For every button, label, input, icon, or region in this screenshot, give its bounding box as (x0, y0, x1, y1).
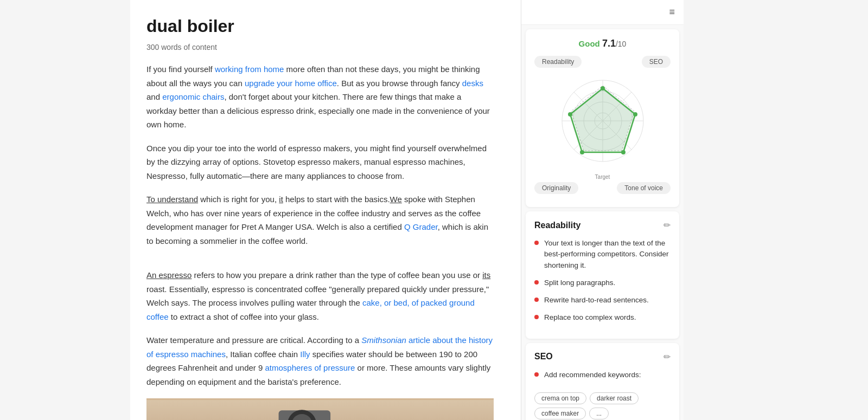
right-panel: ≡ Good 7.1/10 Readability SEO (521, 0, 684, 420)
link-illy[interactable]: Illy (300, 350, 310, 359)
bullet-dot-4 (534, 315, 539, 319)
radar-tabs-top: Readability SEO (534, 56, 671, 68)
score-number: 7.1 (602, 38, 616, 49)
seo-add-keywords-row: Add recommended keywords: (534, 370, 671, 386)
readability-bullet-3: Rewrite hard-to-read sentences. (534, 295, 671, 306)
radar-target-label: Target (534, 174, 671, 180)
main-content: dual boiler 300 words of content If you … (130, 0, 521, 420)
seo-section: SEO ✏ Add recommended keywords: crema on… (526, 343, 679, 421)
article-image (146, 398, 494, 420)
tab-seo[interactable]: SEO (642, 56, 671, 68)
link-atmospheres[interactable]: atmospheres of pressure (265, 363, 355, 372)
readability-section: Readability ✏ Your text is longer than t… (526, 211, 679, 339)
readability-bullet-2: Split long paragraphs. (534, 277, 671, 288)
score-denom: /10 (616, 40, 626, 48)
keyword-crema-on-top[interactable]: crema on top (534, 392, 586, 404)
radar-svg (554, 72, 652, 170)
svg-point-24 (601, 86, 605, 91)
readability-bullet-text-3: Rewrite hard-to-read sentences. (544, 295, 649, 306)
readability-bullet-text-1: Your text is longer than the text of the… (544, 238, 671, 271)
paragraph-break (146, 257, 494, 268)
keyword-darker-roast[interactable]: darker roast (590, 392, 639, 404)
link-smithsonian[interactable]: Smithsonian article about the history of… (146, 335, 493, 359)
score-card: Good 7.1/10 Readability SEO (526, 29, 679, 207)
readability-bullet-1: Your text is longer than the text of the… (534, 238, 671, 271)
paragraph-5: Water temperature and pressure are criti… (146, 333, 494, 389)
tab-readability[interactable]: Readability (534, 56, 582, 68)
readability-bullet-list: Your text is longer than the text of the… (534, 238, 671, 324)
underlined-it: it (279, 195, 283, 204)
paragraph-4: An espresso refers to how you prepare a … (146, 268, 494, 324)
page-title: dual boiler (146, 16, 494, 36)
bullet-dot-2 (534, 280, 539, 285)
link-working-from-home[interactable]: working from home (215, 64, 284, 74)
underlined-to-understand: To understand (146, 195, 198, 204)
svg-point-25 (633, 112, 637, 117)
radar-chart-container (554, 72, 652, 170)
tab-originality[interactable]: Originality (534, 182, 578, 194)
keyword-more[interactable]: ... (589, 408, 609, 419)
link-cake-bed[interactable]: cake, or bed, of packed ground coffee (146, 298, 475, 321)
link-upgrade-home-office[interactable]: upgrade your home office (245, 79, 337, 88)
keyword-coffee-maker[interactable]: coffee maker (534, 408, 586, 419)
seo-header: SEO ✏ (534, 352, 671, 362)
seo-bullet-dot (534, 372, 539, 377)
tab-tone-of-voice[interactable]: Tone of voice (617, 182, 671, 194)
svg-point-28 (568, 112, 572, 117)
bullet-dot-1 (534, 241, 539, 245)
left-sidebar (0, 0, 130, 420)
readability-edit-icon[interactable]: ✏ (663, 220, 671, 230)
svg-point-27 (580, 150, 584, 154)
underlined-an-espresso: An espresso (146, 270, 192, 280)
readability-title: Readability (534, 221, 580, 230)
underlined-its: its (482, 270, 490, 280)
paragraph-1: If you find yourself working from home m… (146, 62, 494, 132)
readability-bullet-text-2: Split long paragraphs. (544, 277, 615, 288)
hamburger-icon[interactable]: ≡ (669, 7, 675, 18)
paragraph-3: To understand which is right for you, it… (146, 192, 494, 248)
score-good-label: Good (579, 39, 600, 48)
keyword-tags-container: crema on top darker roast coffee maker .… (534, 392, 671, 419)
radar-tabs-bottom: Originality Tone of voice (534, 182, 671, 194)
seo-edit-icon[interactable]: ✏ (663, 352, 671, 362)
bullet-dot-3 (534, 298, 539, 302)
readability-bullet-text-4: Replace too complex words. (544, 312, 636, 323)
link-q-grader[interactable]: Q Grader (404, 222, 438, 231)
word-count: 300 words of content (146, 43, 494, 51)
panel-header: ≡ (521, 0, 684, 25)
readability-bullet-4: Replace too complex words. (534, 312, 671, 323)
link-desks[interactable]: desks (462, 79, 483, 88)
seo-keywords-label: Add recommended keywords: (544, 370, 641, 380)
underlined-we: We (390, 195, 402, 204)
score-label: Good 7.1/10 (534, 38, 671, 49)
link-ergonomic-chairs[interactable]: ergonomic chairs (162, 92, 224, 101)
seo-title: SEO (534, 352, 553, 361)
readability-header: Readability ✏ (534, 220, 671, 230)
paragraph-2: Once you dip your toe into the world of … (146, 141, 494, 183)
svg-point-26 (621, 150, 626, 154)
